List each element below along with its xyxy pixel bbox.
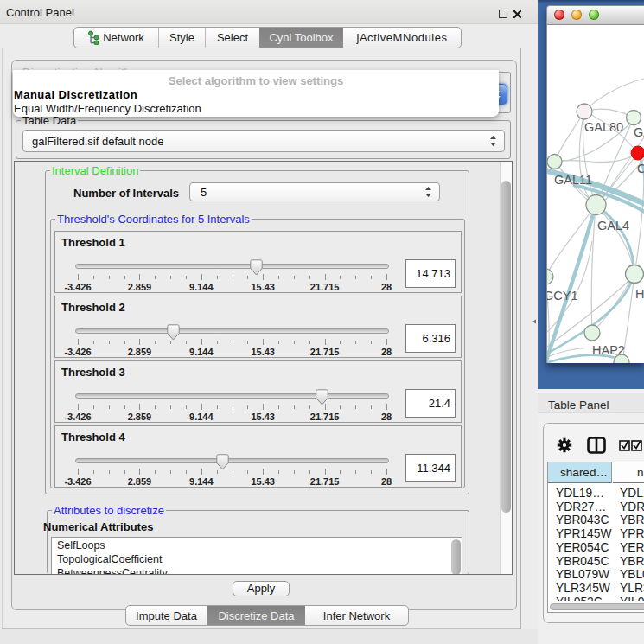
svg-text:GCY1: GCY1: [547, 289, 578, 303]
svg-text:GAL4: GAL4: [597, 219, 629, 233]
svg-text:GA: GA: [634, 125, 644, 139]
svg-text:C: C: [637, 162, 644, 175]
svg-text:GAL80: GAL80: [584, 120, 623, 134]
svg-text:GAL11: GAL11: [554, 173, 592, 187]
svg-text:H: H: [635, 287, 644, 301]
svg-text:HAP2: HAP2: [592, 343, 625, 357]
